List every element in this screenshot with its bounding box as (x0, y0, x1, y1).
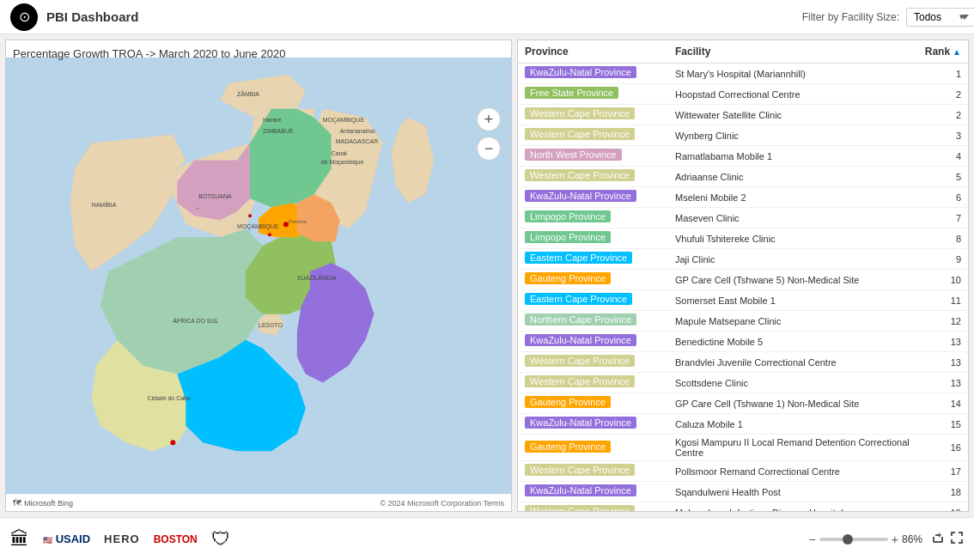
map-svg: ZÂMBIA Harare ZIMBABUÉ Antananarivo MADA… (6, 40, 511, 511)
table-row[interactable]: Western Cape Province Pollsmoor Remand C… (518, 461, 968, 482)
table-row[interactable]: Gauteng Province GP Care Cell (Tshwane 5… (518, 270, 968, 290)
rank-number: 11 (918, 295, 961, 306)
table-row[interactable]: Eastern Cape Province Somerset East Mobi… (518, 290, 968, 311)
table-row[interactable]: Eastern Cape Province Jaji Clinic 9 (518, 249, 968, 270)
rank-number: 7 (918, 213, 961, 223)
rank-number: 2 (918, 110, 961, 120)
table-row[interactable]: Western Cape Province Brandvlei Juvenile… (518, 352, 968, 373)
svg-text:MADAGASCAR: MADAGASCAR (336, 138, 379, 144)
facility-name: Wittewater Satellite Clinic (675, 110, 918, 120)
svg-text:ZIMBABUÉ: ZIMBABUÉ (263, 127, 294, 134)
svg-text:ZÂMBIA: ZÂMBIA (237, 90, 259, 97)
table-row[interactable]: Northern Cape Province Mapule Matsepane … (518, 311, 968, 332)
svg-text:de Moçambique: de Moçambique (321, 159, 364, 166)
map-container: ZÂMBIA Harare ZIMBABUÉ Antananarivo MADA… (6, 40, 511, 511)
table-row[interactable]: Free State Province Hoopstad Correctiona… (518, 84, 968, 105)
table-row[interactable]: KwaZulu-Natal Province St Mary's Hospita… (518, 64, 968, 84)
col-province: Province (525, 46, 675, 58)
fullscreen-button[interactable] (950, 531, 964, 547)
table-row[interactable]: Western Cape Province Malmesbury Infecti… (518, 502, 968, 511)
province-badge: KwaZulu-Natal Province (525, 334, 636, 346)
table-panel: Province Facility Rank ▲ KwaZulu-Natal P… (517, 40, 969, 512)
svg-point-20 (268, 233, 271, 236)
svg-text:Canal: Canal (332, 150, 348, 156)
facility-name: Sqandulweni Health Post (675, 487, 918, 497)
footer-logos: 🏛 🇺🇸 USAID HERO BOSTON 🛡 (10, 528, 230, 551)
province-badge: Western Cape Province (525, 464, 635, 476)
svg-text:MOÇAMBIQUE: MOÇAMBIQUE (323, 117, 365, 124)
province-badge: Western Cape Province (525, 505, 635, 511)
table-scroll-area[interactable]: KwaZulu-Natal Province St Mary's Hospita… (518, 64, 968, 511)
svg-text:⬩: ⬩ (196, 204, 199, 210)
table-row[interactable]: Gauteng Province Kgosi Mampuru II Local … (518, 435, 968, 461)
facility-name: Maseven Clinic (675, 213, 918, 223)
rank-number: 13 (918, 337, 961, 347)
map-zoom-out-button[interactable]: − (477, 137, 501, 161)
facility-name: Vhufuli Tshitereke Clinic (675, 234, 918, 244)
facility-name: Malmesbury Infectious Disease Hospital (675, 508, 918, 512)
col-facility: Facility (675, 46, 918, 58)
province-badge: Limpopo Province (525, 231, 611, 243)
facility-name: Benedictine Mobile 5 (675, 337, 918, 347)
table-row[interactable]: KwaZulu-Natal Province Mseleni Mobile 2 … (518, 187, 968, 208)
facility-name: Pollsmoor Remand Correctional Centre (675, 466, 918, 477)
facility-name: Hoopstad Correctional Centre (675, 89, 918, 100)
table-row[interactable]: North West Province Ramatlabama Mobile 1… (518, 146, 968, 167)
map-zoom-in-button[interactable]: + (477, 107, 501, 131)
province-badge: Western Cape Province (525, 169, 635, 181)
hero-logo: HERO (104, 533, 140, 545)
facility-name: Kgosi Mampuru II Local Remand Detention … (675, 437, 918, 458)
share-button[interactable] (929, 531, 943, 547)
rank-number: 5 (918, 172, 961, 182)
table-row[interactable]: KwaZulu-Natal Province Benedictine Mobil… (518, 332, 968, 352)
province-badge: Western Cape Province (525, 107, 635, 119)
rank-number: 17 (918, 466, 961, 477)
table-row[interactable]: Western Cape Province Wynberg Clinic 3 (518, 125, 968, 146)
header-bar: ⊙ PBI Dashboard Filter by Facility Size:… (0, 0, 974, 34)
facility-name: Mseleni Mobile 2 (675, 192, 918, 203)
province-badge: Gauteng Province (525, 272, 611, 284)
table-row[interactable]: Limpopo Province Vhufuli Tshitereke Clin… (518, 228, 968, 249)
fullscreen-icon (950, 531, 964, 545)
facility-size-filter[interactable]: Todos Small Medium Large (906, 8, 974, 27)
table-row[interactable]: KwaZulu-Natal Province Caluza Mobile 1 1… (518, 414, 968, 435)
footer-right: − + 86% (809, 531, 964, 547)
main-content: Percentage Growth TROA -> March 2020 to … (0, 34, 974, 517)
bing-logo-icon: 🗺 (13, 498, 21, 508)
rank-number: 1 (918, 69, 961, 79)
table-row[interactable]: Western Cape Province Adriaanse Clinic 5 (518, 167, 968, 187)
svg-text:Pretória: Pretória (289, 219, 307, 224)
table-row[interactable]: Gauteng Province GP Care Cell (Tshwane 1… (518, 393, 968, 414)
svg-text:BOTSUANA: BOTSUANA (198, 193, 232, 199)
svg-text:LESOTO: LESOTO (259, 322, 283, 328)
province-badge: Western Cape Province (525, 355, 635, 367)
rank-number: 12 (918, 316, 961, 326)
map-attribution: © 2024 Microsoft Corporation Terms (380, 499, 504, 508)
zoom-in-button[interactable]: + (892, 533, 898, 546)
table-row[interactable]: KwaZulu-Natal Province Sqandulweni Healt… (518, 482, 968, 502)
rank-number: 14 (918, 399, 961, 409)
footer-logo-1: 🏛 (10, 528, 29, 551)
zoom-percent: 86% (902, 533, 922, 545)
footer-bar: 🏛 🇺🇸 USAID HERO BOSTON 🛡 − + 86% (0, 517, 974, 560)
app-logo: ⊙ (10, 3, 38, 31)
table-row[interactable]: Western Cape Province Wittewater Satelli… (518, 105, 968, 125)
svg-text:Cidade do Cabo: Cidade do Cabo (147, 395, 190, 401)
rank-number: 2 (918, 89, 961, 100)
rank-number: 8 (918, 234, 961, 244)
rank-number: 3 (918, 131, 961, 141)
province-badge: KwaZulu-Natal Province (525, 484, 636, 496)
rank-number: 13 (918, 378, 961, 388)
rank-number: 16 (918, 442, 961, 453)
province-badge: KwaZulu-Natal Province (525, 190, 636, 202)
table-row[interactable]: Limpopo Province Maseven Clinic 7 (518, 208, 968, 228)
facility-name: GP Care Cell (Tshwane 5) Non-Medical Sit… (675, 275, 918, 285)
svg-text:NAMÍBIA: NAMÍBIA (92, 201, 117, 208)
table-row[interactable]: Western Cape Province Scottsdene Clinic … (518, 373, 968, 393)
svg-point-19 (170, 440, 175, 445)
province-badge: KwaZulu-Natal Province (525, 66, 636, 78)
zoom-slider[interactable] (819, 538, 888, 541)
rank-number: 4 (918, 151, 961, 161)
province-badge: KwaZulu-Natal Province (525, 417, 636, 429)
zoom-out-button[interactable]: − (809, 533, 816, 546)
